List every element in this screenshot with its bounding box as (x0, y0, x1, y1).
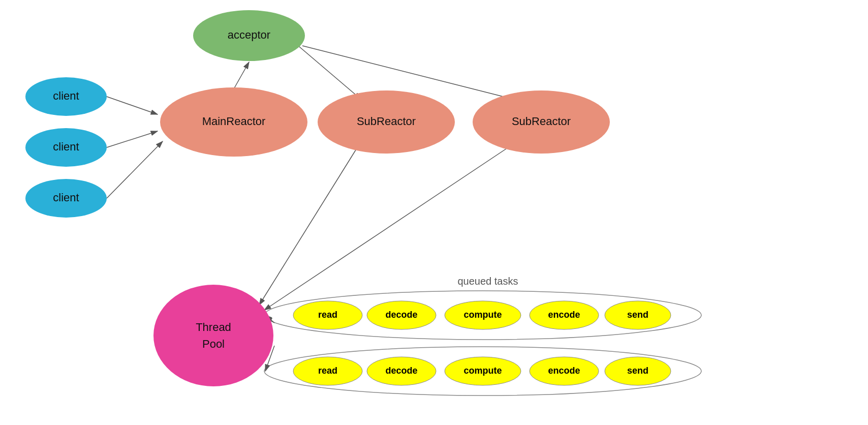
svg-line-2 (107, 131, 158, 147)
acceptor-label: acceptor (228, 28, 270, 41)
task-row2-read-label: read (318, 366, 337, 376)
svg-line-1 (107, 97, 158, 114)
task-row2-encode-label: encode (548, 366, 580, 376)
task-row1-encode-label: encode (548, 310, 580, 320)
svg-line-4 (234, 62, 249, 89)
task-row1-decode-label: decode (385, 310, 417, 320)
task-row2-decode-label: decode (385, 366, 417, 376)
task-row2-send-label: send (627, 366, 648, 376)
task-row2-compute-label: compute (463, 366, 502, 376)
client-1-label: client (53, 89, 79, 102)
svg-line-3 (107, 141, 163, 198)
sub-reactor-1-label: SubReactor (357, 115, 416, 128)
task-row1-send-label: send (627, 310, 648, 320)
task-row1-compute-label: compute (463, 310, 502, 320)
thread-pool-label-line1: Thread (196, 321, 231, 333)
queued-tasks-label: queued tasks (458, 276, 518, 287)
svg-line-6 (302, 46, 513, 99)
client-2-label: client (53, 140, 79, 153)
main-reactor-label: MainReactor (202, 115, 266, 128)
client-3-label: client (53, 191, 79, 204)
sub-reactor-2-label: SubReactor (512, 115, 571, 128)
svg-line-7 (259, 150, 356, 305)
thread-pool-node (153, 285, 273, 386)
svg-line-5 (292, 41, 361, 99)
task-row1-read-label: read (318, 310, 337, 320)
thread-pool-label-line2: Pool (202, 338, 225, 350)
